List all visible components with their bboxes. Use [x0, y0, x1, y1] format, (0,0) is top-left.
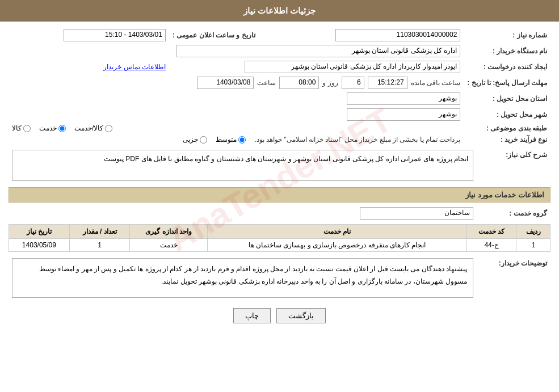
radio-khadamat-item: خدمت — [39, 124, 66, 132]
announce-label: تاریخ و ساعت اعلان عمومی : — [169, 27, 259, 43]
dastgah-label: نام دستگاه خریدار : — [464, 43, 550, 59]
niyaz-label: شماره نیاز : — [464, 27, 550, 43]
sharh-table: شرح کلی نیاز: انجام پروژه های عمرانی ادا… — [9, 148, 550, 183]
radio-khadamat[interactable] — [58, 125, 66, 132]
ijad-value: ایوذر امیدوار کاربرداز اداره کل پزشکی قا… — [245, 61, 460, 73]
radio-kala-item: کالا — [12, 124, 31, 132]
sharh-value: انجام پروژه های عمرانی اداره کل پزشکی قا… — [12, 150, 473, 181]
col-radif: ردیف — [516, 225, 550, 239]
mohlat-day-label: روز و — [322, 79, 338, 87]
table-cell-unit: خدمت — [130, 239, 208, 252]
table-row: 1ج-44انجام کارهای متفرقه درخصوص بازسازی … — [9, 239, 550, 252]
announce-value: 1403/03/01 - 15:10 — [64, 29, 166, 41]
col-count: تعداد / مقدار — [69, 225, 130, 239]
col-date: تاریخ نیاز — [9, 225, 70, 239]
table-cell-code: ج-44 — [466, 239, 516, 252]
radio-kala-khadamat-item: کالا/خدمت — [74, 124, 112, 132]
shahr-tahvil-value: بوشهر — [347, 108, 460, 121]
buyer-notes-table: توضیحات خریدار: پیشنهاد دهندگان می بایست… — [9, 256, 550, 300]
services-table: ردیف کد خدمت نام خدمت واحد اندازه گیری ت… — [9, 224, 550, 252]
mohlat-time-label: ساعت — [257, 79, 276, 87]
group-label: گروه خدمت : — [477, 205, 550, 221]
radio-kala-label: کالا — [12, 124, 22, 132]
radio-jozii-label: جزیی — [183, 136, 198, 144]
mohlat-remaining-label: ساعت باقی مانده — [411, 79, 461, 87]
buyer-notes-value: پیشنهاد دهندگان می بایست قبل از اعلان قی… — [12, 258, 473, 298]
mohlat-date: 1403/03/08 — [197, 77, 254, 89]
main-info-table: شماره نیاز : 1103030014000002 تاریخ و سا… — [9, 27, 550, 145]
mohlat-remaining: 15:12:27 — [368, 77, 407, 89]
sharh-label: شرح کلی نیاز: — [477, 148, 550, 183]
radio-kala-khadamat-label: کالا/خدمت — [74, 124, 103, 132]
table-cell-count: 1 — [69, 239, 130, 252]
mohlat-time: 08:00 — [279, 77, 319, 89]
mohlat-days: 6 — [342, 77, 364, 89]
radio-motovaset-label: متوسط — [216, 136, 237, 144]
back-button[interactable]: بازگشت — [276, 308, 326, 323]
radio-jozii[interactable] — [200, 136, 207, 144]
dastgah-value: اداره کل پزشکی قانونی استان بوشهر — [176, 45, 460, 57]
radio-kala[interactable] — [23, 125, 31, 132]
ostan-tahvil-label: استان محل تحویل : — [464, 91, 550, 107]
col-code: کد خدمت — [466, 225, 516, 239]
group-value: ساختمان — [360, 207, 473, 220]
radio-motovaset[interactable] — [238, 136, 246, 144]
services-section-title: اطلاعات خدمات مورد نیاز — [9, 187, 550, 203]
page-header: جزئیات اطلاعات نیاز — [0, 0, 559, 22]
group-table: گروه خدمت : ساختمان — [9, 205, 550, 221]
col-unit: واحد اندازه گیری — [130, 225, 208, 239]
noeFarayand-label: نوع فرآیند خرید : — [464, 134, 550, 145]
contact-link[interactable]: اطلاعات تماس خریدار — [103, 63, 166, 71]
page-title: جزئیات اطلاعات نیاز — [243, 6, 316, 15]
ostan-tahvil-value: بوشهر — [347, 92, 460, 105]
buyer-notes-label: توضیحات خریدار: — [477, 256, 550, 300]
niyaz-value: 1103030014000002 — [335, 29, 460, 41]
tabaqe-label: طبقه بندی موضوعی : — [464, 123, 550, 134]
radio-kala-khadamat[interactable] — [105, 125, 112, 132]
buttons-row: بازگشت چاپ — [9, 308, 550, 323]
radio-motovaset-item: متوسط — [216, 136, 246, 144]
mohlat-label: مهلت ارسال پاسخ: تا تاریخ : — [464, 75, 550, 91]
radio-khadamat-label: خدمت — [39, 124, 57, 132]
table-cell-name: انجام کارهای متفرقه درخصوص بازسازی و بهس… — [208, 239, 467, 252]
shahr-tahvil-label: شهر محل تحویل : — [464, 107, 550, 123]
farayand-description: پرداخت تمام یا بخشی از مبلغ خریداز محل "… — [254, 136, 460, 144]
col-name: نام خدمت — [208, 225, 467, 239]
print-button[interactable]: چاپ — [233, 308, 271, 323]
table-cell-radif: 1 — [516, 239, 550, 252]
ijad-label: ایجاد کننده درخواست : — [464, 59, 550, 75]
table-cell-date: 1403/05/09 — [9, 239, 70, 252]
radio-jozii-item: جزیی — [183, 136, 207, 144]
